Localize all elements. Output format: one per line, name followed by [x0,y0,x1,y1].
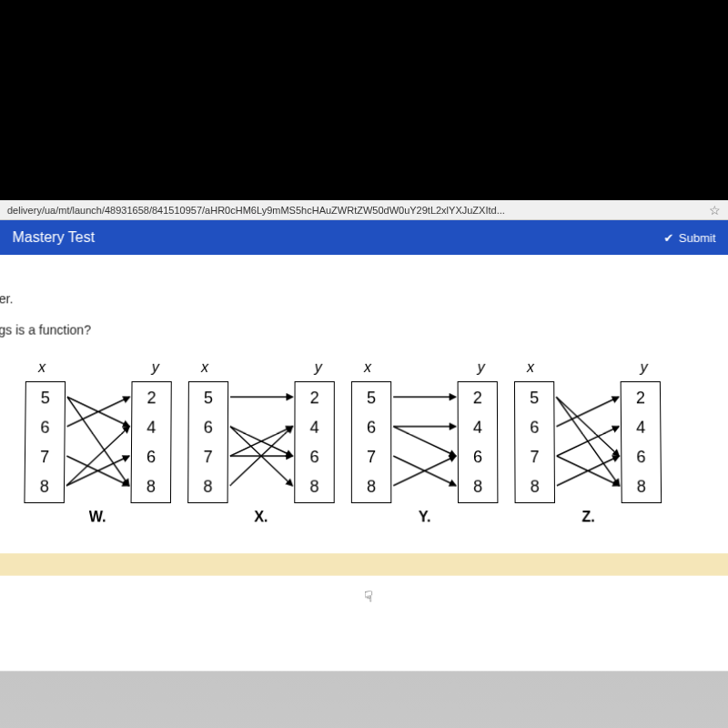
mapping-label-y: Y. [351,509,499,525]
y-cell: 4 [636,417,645,437]
svg-line-1 [66,397,129,485]
svg-line-7 [230,427,293,456]
x-label: x [364,359,371,376]
svg-line-21 [557,456,620,486]
instruction-partial-1: er. [0,291,728,306]
y-cell: 4 [147,417,156,437]
mapping-x[interactable]: xy 5 6 7 8 2 4 6 8 X. [187,359,335,526]
x-cell: 7 [203,447,212,467]
svg-line-18 [556,397,619,485]
url-bar[interactable]: delivery/ua/mt/launch/48931658/841510957… [0,200,728,220]
submit-label: Submit [679,231,716,245]
submit-button[interactable]: ✔ Submit [663,231,716,245]
y-column: 2 4 6 8 [294,381,335,503]
mappings-row: xy 5 6 7 8 2 4 6 8 W. [24,359,728,526]
answer-input-bar[interactable] [0,553,728,576]
y-cell: 2 [636,388,645,408]
mapping-label-x: X. [187,509,335,525]
x-cell: 8 [40,476,49,496]
x-cell: 6 [40,417,49,437]
x-cell: 6 [367,417,376,437]
svg-line-20 [557,427,620,456]
svg-line-5 [66,456,129,486]
content-area: er. gs is a function? xy 5 6 7 8 2 4 6 [0,255,728,671]
y-cell: 4 [310,417,319,437]
x-cell: 8 [531,476,540,496]
svg-line-19 [556,397,619,426]
x-label: x [527,359,534,376]
y-cell: 2 [147,388,156,408]
x-cell: 5 [530,388,539,408]
mapping-z[interactable]: xy 5 6 7 8 2 4 6 8 Z. [514,359,662,526]
x-cell: 8 [367,476,376,496]
mapping-label-z: Z. [515,509,662,525]
app-header: Mastery Test ✔ Submit [0,220,728,255]
black-letterbox [0,0,728,200]
x-cell: 6 [204,417,213,437]
mapping-y[interactable]: xy 5 6 7 8 2 4 6 8 Y. [351,359,499,526]
y-cell: 6 [147,447,156,467]
x-column: 5 6 7 8 [24,381,66,503]
x-cell: 5 [367,388,376,408]
svg-line-8 [230,427,293,486]
y-label: y [478,359,485,376]
y-cell: 2 [473,388,482,408]
x-label: x [201,359,208,376]
y-cell: 8 [637,476,646,496]
y-column: 2 4 6 8 [131,381,172,503]
page-title: Mastery Test [12,229,95,246]
x-cell: 7 [367,447,376,467]
y-cell: 8 [473,476,482,496]
x-cell: 6 [530,417,539,437]
y-cell: 6 [309,447,318,467]
y-cell: 6 [473,447,482,467]
x-column: 5 6 7 8 [351,381,391,503]
y-label: y [641,359,648,376]
x-cell: 8 [203,476,212,496]
x-cell: 7 [40,447,49,467]
svg-line-0 [67,397,130,426]
svg-line-22 [557,456,620,486]
svg-line-14 [393,427,456,456]
svg-line-9 [230,427,293,456]
x-cell: 7 [530,447,539,467]
y-label: y [315,359,322,376]
svg-line-4 [66,427,129,486]
y-cell: 6 [636,447,645,467]
mapping-w[interactable]: xy 5 6 7 8 2 4 6 8 W. [24,359,172,526]
svg-line-17 [556,397,619,456]
x-label: x [38,359,46,376]
x-column: 5 6 7 8 [514,381,555,503]
svg-line-2 [67,397,130,426]
hand-cursor-icon: ☟ [364,588,373,605]
svg-line-15 [393,456,456,486]
svg-line-11 [230,427,293,486]
check-icon: ✔ [663,231,673,245]
mapping-label-w: W. [24,509,171,525]
url-text: delivery/ua/mt/launch/48931658/841510957… [7,204,703,215]
question-text: gs is a function? [0,322,728,337]
browser-window: delivery/ua/mt/launch/48931658/841510957… [0,200,728,728]
y-cell: 8 [309,476,318,496]
svg-line-16 [393,456,456,486]
y-cell: 8 [147,476,156,496]
svg-line-3 [66,456,129,486]
y-column: 2 4 6 8 [621,381,662,503]
y-label: y [152,359,159,376]
x-cell: 5 [204,388,213,408]
x-column: 5 6 7 8 [187,381,228,503]
y-column: 2 4 6 8 [458,381,499,503]
bookmark-star-icon[interactable]: ☆ [709,202,721,217]
x-cell: 5 [41,388,50,408]
y-cell: 2 [310,388,319,408]
y-cell: 4 [473,417,482,437]
